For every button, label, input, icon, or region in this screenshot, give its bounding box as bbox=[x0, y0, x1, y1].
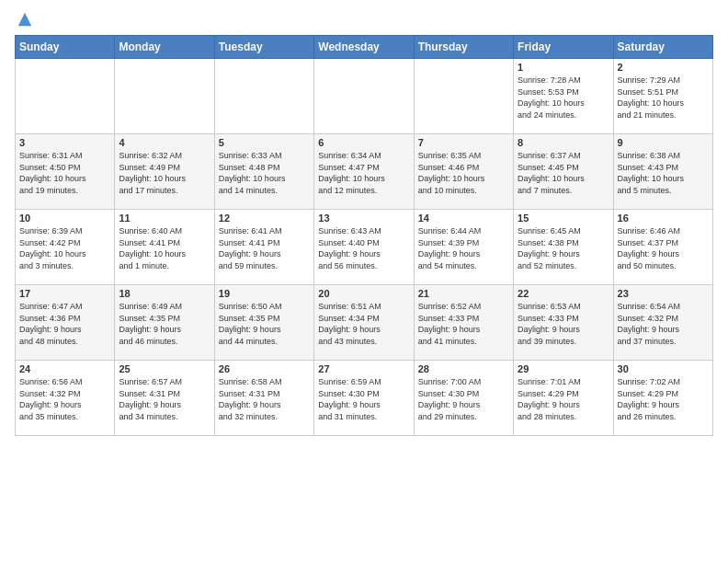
day-number: 19 bbox=[219, 288, 310, 299]
calendar-cell: 13Sunrise: 6:43 AM Sunset: 4:40 PM Dayli… bbox=[314, 210, 414, 285]
calendar-cell: 21Sunrise: 6:52 AM Sunset: 4:33 PM Dayli… bbox=[414, 285, 513, 361]
logo-icon bbox=[17, 11, 33, 28]
header bbox=[15, 11, 713, 28]
weekday-header: Sunday bbox=[16, 36, 115, 59]
day-info: Sunrise: 6:52 AM Sunset: 4:33 PM Dayligh… bbox=[418, 301, 509, 347]
calendar-cell: 22Sunrise: 6:53 AM Sunset: 4:33 PM Dayli… bbox=[514, 285, 613, 361]
day-number: 21 bbox=[418, 288, 509, 299]
day-number: 25 bbox=[119, 363, 210, 374]
day-info: Sunrise: 6:37 AM Sunset: 4:45 PM Dayligh… bbox=[518, 150, 609, 196]
day-number: 17 bbox=[19, 288, 110, 299]
day-number: 24 bbox=[19, 363, 110, 374]
day-number: 4 bbox=[119, 137, 210, 148]
calendar-cell: 30Sunrise: 7:02 AM Sunset: 4:29 PM Dayli… bbox=[613, 361, 712, 436]
calendar: SundayMondayTuesdayWednesdayThursdayFrid… bbox=[15, 35, 713, 436]
day-number: 5 bbox=[219, 137, 310, 148]
weekday-header: Thursday bbox=[414, 36, 513, 59]
day-number: 14 bbox=[418, 213, 509, 224]
calendar-week: 3Sunrise: 6:31 AM Sunset: 4:50 PM Daylig… bbox=[16, 134, 713, 210]
day-info: Sunrise: 6:58 AM Sunset: 4:31 PM Dayligh… bbox=[219, 376, 310, 422]
day-info: Sunrise: 6:45 AM Sunset: 4:38 PM Dayligh… bbox=[518, 225, 609, 271]
calendar-cell: 19Sunrise: 6:50 AM Sunset: 4:35 PM Dayli… bbox=[214, 285, 313, 361]
calendar-cell bbox=[314, 59, 414, 134]
calendar-cell bbox=[115, 59, 214, 134]
calendar-cell: 5Sunrise: 6:33 AM Sunset: 4:48 PM Daylig… bbox=[214, 134, 313, 210]
calendar-cell: 29Sunrise: 7:01 AM Sunset: 4:29 PM Dayli… bbox=[514, 361, 613, 436]
day-number: 28 bbox=[418, 363, 509, 374]
day-number: 10 bbox=[19, 213, 110, 224]
day-info: Sunrise: 6:38 AM Sunset: 4:43 PM Dayligh… bbox=[618, 150, 709, 196]
day-info: Sunrise: 6:49 AM Sunset: 4:35 PM Dayligh… bbox=[119, 301, 210, 347]
day-number: 27 bbox=[318, 363, 409, 374]
calendar-cell: 27Sunrise: 6:59 AM Sunset: 4:30 PM Dayli… bbox=[314, 361, 414, 436]
day-info: Sunrise: 6:53 AM Sunset: 4:33 PM Dayligh… bbox=[518, 301, 609, 347]
weekday-header: Saturday bbox=[613, 36, 712, 59]
day-number: 13 bbox=[318, 213, 409, 224]
calendar-cell bbox=[214, 59, 313, 134]
weekday-header: Wednesday bbox=[314, 36, 414, 59]
day-info: Sunrise: 6:34 AM Sunset: 4:47 PM Dayligh… bbox=[318, 150, 409, 196]
calendar-week: 1Sunrise: 7:28 AM Sunset: 5:53 PM Daylig… bbox=[16, 59, 713, 134]
calendar-week: 10Sunrise: 6:39 AM Sunset: 4:42 PM Dayli… bbox=[16, 210, 713, 285]
day-info: Sunrise: 6:41 AM Sunset: 4:41 PM Dayligh… bbox=[219, 225, 310, 271]
calendar-cell: 16Sunrise: 6:46 AM Sunset: 4:37 PM Dayli… bbox=[613, 210, 712, 285]
day-number: 8 bbox=[518, 137, 609, 148]
weekday-header: Friday bbox=[514, 36, 613, 59]
day-info: Sunrise: 7:29 AM Sunset: 5:51 PM Dayligh… bbox=[618, 75, 709, 121]
day-number: 7 bbox=[418, 137, 509, 148]
day-number: 11 bbox=[119, 213, 210, 224]
day-info: Sunrise: 6:39 AM Sunset: 4:42 PM Dayligh… bbox=[19, 225, 110, 271]
calendar-cell: 15Sunrise: 6:45 AM Sunset: 4:38 PM Dayli… bbox=[514, 210, 613, 285]
day-info: Sunrise: 6:50 AM Sunset: 4:35 PM Dayligh… bbox=[219, 301, 310, 347]
day-number: 15 bbox=[518, 213, 609, 224]
day-number: 16 bbox=[618, 213, 709, 224]
weekday-row: SundayMondayTuesdayWednesdayThursdayFrid… bbox=[16, 36, 713, 59]
calendar-cell: 12Sunrise: 6:41 AM Sunset: 4:41 PM Dayli… bbox=[214, 210, 313, 285]
svg-marker-0 bbox=[18, 13, 31, 26]
day-number: 2 bbox=[618, 62, 709, 73]
weekday-header: Tuesday bbox=[214, 36, 313, 59]
day-info: Sunrise: 6:35 AM Sunset: 4:46 PM Dayligh… bbox=[418, 150, 509, 196]
calendar-cell: 18Sunrise: 6:49 AM Sunset: 4:35 PM Dayli… bbox=[115, 285, 214, 361]
day-info: Sunrise: 6:51 AM Sunset: 4:34 PM Dayligh… bbox=[318, 301, 409, 347]
day-info: Sunrise: 6:46 AM Sunset: 4:37 PM Dayligh… bbox=[618, 225, 709, 271]
calendar-cell bbox=[16, 59, 115, 134]
calendar-cell: 10Sunrise: 6:39 AM Sunset: 4:42 PM Dayli… bbox=[16, 210, 115, 285]
day-info: Sunrise: 6:33 AM Sunset: 4:48 PM Dayligh… bbox=[219, 150, 310, 196]
calendar-cell: 1Sunrise: 7:28 AM Sunset: 5:53 PM Daylig… bbox=[514, 59, 613, 134]
calendar-cell: 8Sunrise: 6:37 AM Sunset: 4:45 PM Daylig… bbox=[514, 134, 613, 210]
day-number: 20 bbox=[318, 288, 409, 299]
day-info: Sunrise: 7:01 AM Sunset: 4:29 PM Dayligh… bbox=[518, 376, 609, 422]
calendar-cell bbox=[414, 59, 513, 134]
page: SundayMondayTuesdayWednesdayThursdayFrid… bbox=[0, 0, 728, 563]
calendar-body: 1Sunrise: 7:28 AM Sunset: 5:53 PM Daylig… bbox=[16, 59, 713, 436]
calendar-header: SundayMondayTuesdayWednesdayThursdayFrid… bbox=[16, 36, 713, 59]
calendar-cell: 28Sunrise: 7:00 AM Sunset: 4:30 PM Dayli… bbox=[414, 361, 513, 436]
day-info: Sunrise: 6:44 AM Sunset: 4:39 PM Dayligh… bbox=[418, 225, 509, 271]
calendar-cell: 4Sunrise: 6:32 AM Sunset: 4:49 PM Daylig… bbox=[115, 134, 214, 210]
calendar-cell: 11Sunrise: 6:40 AM Sunset: 4:41 PM Dayli… bbox=[115, 210, 214, 285]
day-info: Sunrise: 7:00 AM Sunset: 4:30 PM Dayligh… bbox=[418, 376, 509, 422]
calendar-cell: 25Sunrise: 6:57 AM Sunset: 4:31 PM Dayli… bbox=[115, 361, 214, 436]
day-info: Sunrise: 6:40 AM Sunset: 4:41 PM Dayligh… bbox=[119, 225, 210, 271]
day-number: 1 bbox=[518, 62, 609, 73]
calendar-cell: 2Sunrise: 7:29 AM Sunset: 5:51 PM Daylig… bbox=[613, 59, 712, 134]
calendar-cell: 7Sunrise: 6:35 AM Sunset: 4:46 PM Daylig… bbox=[414, 134, 513, 210]
calendar-cell: 26Sunrise: 6:58 AM Sunset: 4:31 PM Dayli… bbox=[214, 361, 313, 436]
calendar-cell: 23Sunrise: 6:54 AM Sunset: 4:32 PM Dayli… bbox=[613, 285, 712, 361]
day-info: Sunrise: 7:02 AM Sunset: 4:29 PM Dayligh… bbox=[618, 376, 709, 422]
day-info: Sunrise: 6:31 AM Sunset: 4:50 PM Dayligh… bbox=[19, 150, 110, 196]
day-number: 26 bbox=[219, 363, 310, 374]
day-number: 18 bbox=[119, 288, 210, 299]
logo bbox=[15, 11, 33, 28]
calendar-cell: 24Sunrise: 6:56 AM Sunset: 4:32 PM Dayli… bbox=[16, 361, 115, 436]
calendar-cell: 17Sunrise: 6:47 AM Sunset: 4:36 PM Dayli… bbox=[16, 285, 115, 361]
calendar-cell: 20Sunrise: 6:51 AM Sunset: 4:34 PM Dayli… bbox=[314, 285, 414, 361]
day-number: 22 bbox=[518, 288, 609, 299]
day-info: Sunrise: 6:54 AM Sunset: 4:32 PM Dayligh… bbox=[618, 301, 709, 347]
day-info: Sunrise: 6:59 AM Sunset: 4:30 PM Dayligh… bbox=[318, 376, 409, 422]
day-info: Sunrise: 6:47 AM Sunset: 4:36 PM Dayligh… bbox=[19, 301, 110, 347]
day-info: Sunrise: 6:56 AM Sunset: 4:32 PM Dayligh… bbox=[19, 376, 110, 422]
day-info: Sunrise: 6:43 AM Sunset: 4:40 PM Dayligh… bbox=[318, 225, 409, 271]
calendar-cell: 3Sunrise: 6:31 AM Sunset: 4:50 PM Daylig… bbox=[16, 134, 115, 210]
